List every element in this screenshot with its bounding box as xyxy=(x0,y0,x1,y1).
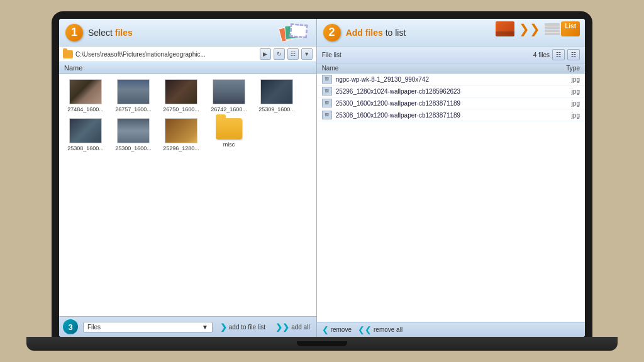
list-item[interactable]: 25309_1600... xyxy=(255,79,298,113)
remove-all-button[interactable]: ❮❮ remove all xyxy=(358,325,402,334)
table-row[interactable]: 🖼 25296_1280x1024-wallpaper-cb1285962623… xyxy=(317,85,585,97)
file-icon: 🖼 xyxy=(322,87,332,96)
file-grid: 27484_1600... 26757_1600... 26750_1600..… xyxy=(64,79,311,152)
left-panel: 1 Select files xyxy=(59,19,317,337)
view-toggle-btn[interactable]: ☷ xyxy=(287,48,299,60)
file-label: 26742_1600... xyxy=(211,106,247,113)
file-icon: 🖼 xyxy=(322,99,332,107)
add-all-arrow-icon: ❯❯ xyxy=(275,322,289,332)
step2-icon: ❯❯ List xyxy=(496,21,580,36)
file-icon: 🖼 xyxy=(322,111,332,119)
file-label: 25296_1280... xyxy=(163,145,199,152)
list-view-btn2[interactable]: ☷ xyxy=(567,49,580,60)
list-item[interactable]: 26750_1600... xyxy=(160,79,203,113)
file-type: jpg xyxy=(555,76,580,83)
file-thumbnail xyxy=(260,79,293,104)
photo-stack-icon xyxy=(280,21,311,44)
left-bottom-bar: 3 Files ▼ ❯ add to file list ❯❯ add all xyxy=(59,316,316,337)
file-label: 25308_1600... xyxy=(67,145,104,152)
file-thumbnail xyxy=(117,79,150,104)
file-label: 25300_1600... xyxy=(115,145,152,152)
right-panel: 2 Add files to list ❯❯ xyxy=(317,19,585,337)
file-thumbnail xyxy=(69,118,102,143)
step2-header: 2 Add files to list ❯❯ xyxy=(317,19,585,47)
step2-number: 2 xyxy=(323,24,341,41)
step1-title: Select files xyxy=(88,28,133,38)
list-item[interactable]: 26742_1600... xyxy=(208,79,250,113)
table-row[interactable]: 🖼 25308_1600x1200-wallpaper-cb1283871189… xyxy=(317,109,585,121)
step3-badge: 3 xyxy=(63,319,78,334)
list-col-headers: Name Type xyxy=(317,63,585,74)
file-thumbnail xyxy=(165,118,197,143)
table-row[interactable]: 🖼 ngpc-wp-wk-8-1_29130_990x742 jpg xyxy=(317,74,585,85)
laptop-notch xyxy=(297,341,347,346)
file-label: misc xyxy=(223,141,235,148)
address-bar: C:\Users\reasoft\Pictures\nationalgeogra… xyxy=(59,47,316,62)
files-dropdown[interactable]: Files ▼ xyxy=(83,322,213,332)
file-thumbnail xyxy=(165,79,197,104)
list-item[interactable]: 25296_1280... xyxy=(160,118,203,152)
table-row[interactable]: 🖼 25300_1600x1200-wallpaper-cb1283871189… xyxy=(317,97,585,109)
remove-arrow-icon: ❮ xyxy=(322,325,329,334)
laptop-frame: 1 Select files xyxy=(52,11,592,351)
step2-title: Add files to list xyxy=(346,28,406,38)
file-label: 27484_1600... xyxy=(67,106,104,113)
col-type-header: Type xyxy=(555,65,580,72)
step1-header: 1 Select files xyxy=(59,19,316,47)
left-col-header: Name xyxy=(59,62,316,74)
app-window: 1 Select files xyxy=(59,19,585,337)
add-all-button[interactable]: ❯❯ add all xyxy=(273,321,312,333)
file-list-info: File list 4 files ☷ ☷ xyxy=(317,47,585,63)
file-name: ngpc-wp-wk-8-1_29130_990x742 xyxy=(336,76,555,83)
file-type: jpg xyxy=(555,88,580,95)
file-list-header-right: 4 files ☷ ☷ xyxy=(533,49,580,60)
folder-icon-big xyxy=(216,118,242,140)
list-item[interactable]: 27484_1600... xyxy=(64,79,107,113)
file-thumbnail xyxy=(213,79,245,104)
refresh-btn[interactable]: ↻ xyxy=(274,48,285,60)
list-badge: List xyxy=(561,21,580,36)
laptop-screen: 1 Select files xyxy=(59,19,585,337)
col-name-header: Name xyxy=(322,65,555,72)
list-item[interactable]: 26757_1600... xyxy=(112,79,155,113)
arrow-icon: ❯❯ xyxy=(519,21,540,36)
file-icon: 🖼 xyxy=(322,75,332,84)
photo-card-3 xyxy=(289,23,308,38)
list-item[interactable]: 25300_1600... xyxy=(112,118,155,152)
file-label: 25309_1600... xyxy=(258,106,295,113)
remove-button[interactable]: ❮ remove xyxy=(322,325,352,334)
file-label: 26750_1600... xyxy=(163,106,199,113)
file-count: 4 files xyxy=(533,52,550,58)
file-label: 26757_1600... xyxy=(115,106,152,113)
file-thumbnail xyxy=(69,79,102,104)
dropdown-btn[interactable]: ▼ xyxy=(301,48,313,60)
remove-all-arrow-icon: ❮❮ xyxy=(358,325,372,334)
list-view-btn1[interactable]: ☷ xyxy=(552,49,565,60)
step1-number: 1 xyxy=(65,24,83,41)
address-text: C:\Users\reasoft\Pictures\nationalgeogra… xyxy=(75,51,257,58)
list-item[interactable]: misc xyxy=(208,118,250,152)
file-type: jpg xyxy=(555,100,580,107)
step1-icon xyxy=(280,21,311,44)
file-browser[interactable]: 27484_1600... 26757_1600... 26750_1600..… xyxy=(59,74,316,316)
add-to-file-list-button[interactable]: ❯ add to file list xyxy=(218,321,268,333)
right-bottom-bar: ❮ remove ❮❮ remove all xyxy=(317,322,585,337)
file-thumbnail xyxy=(117,118,150,143)
laptop-base xyxy=(26,337,618,351)
file-list-label: File list xyxy=(322,52,341,58)
file-name: 25308_1600x1200-wallpaper-cb1283871189 xyxy=(336,112,555,119)
file-name: 25300_1600x1200-wallpaper-cb1283871189 xyxy=(336,100,555,107)
file-name: 25296_1280x1024-wallpaper-cb1285962623 xyxy=(336,88,555,95)
list-item[interactable]: 25308_1600... xyxy=(64,118,107,152)
file-list-area[interactable]: 🖼 ngpc-wp-wk-8-1_29130_990x742 jpg 🖼 252… xyxy=(317,74,585,322)
folder-icon xyxy=(63,50,73,58)
file-type: jpg xyxy=(555,112,580,119)
navigate-btn[interactable]: ▶ xyxy=(260,48,271,60)
add-arrow-icon: ❯ xyxy=(220,322,227,332)
